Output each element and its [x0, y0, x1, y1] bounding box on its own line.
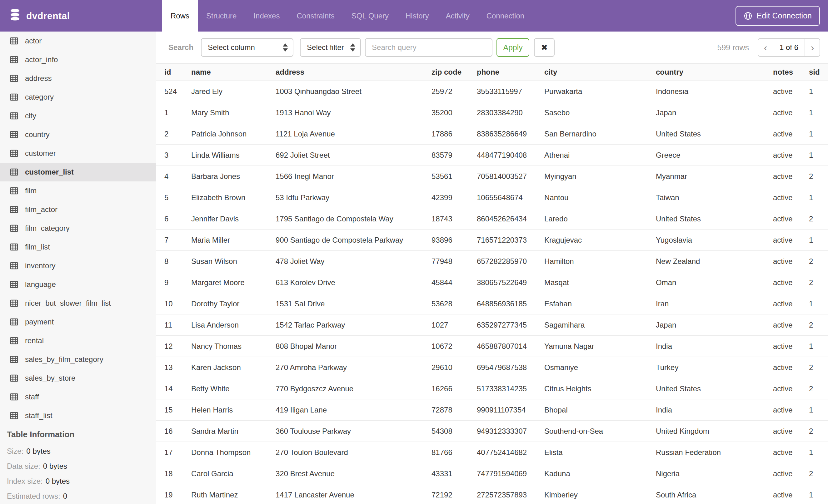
cell-name: Barbara Jones [191, 172, 276, 181]
table-row[interactable]: 18 Carol Garcia 320 Brest Avenue 43331 7… [156, 463, 828, 484]
cell-name: Helen Harris [191, 406, 276, 414]
search-toolbar: Search Select column Select filter Apply… [156, 32, 828, 63]
sidebar-table-item[interactable]: rental [0, 331, 156, 350]
column-header-sid[interactable]: sid [809, 68, 828, 77]
cell-country: Iran [656, 300, 773, 308]
table-row[interactable]: 6 Jennifer Davis 1795 Santiago de Compos… [156, 208, 828, 230]
table-row[interactable]: 12 Nancy Thomas 808 Bhopal Manor 10672 4… [156, 336, 828, 357]
globe-icon [744, 11, 752, 20]
table-row[interactable]: 524 Jared Ely 1003 Qinhuangdao Street 25… [156, 81, 828, 102]
column-header-notes[interactable]: notes [773, 68, 809, 77]
table-row[interactable]: 10 Dorothy Taylor 1531 Sal Drive 53628 6… [156, 293, 828, 314]
table-row[interactable]: 2 Patricia Johnson 1121 Loja Avenue 1788… [156, 123, 828, 145]
column-header-city[interactable]: city [544, 68, 656, 77]
cell-country: India [656, 406, 773, 414]
sidebar-table-item[interactable]: payment [0, 313, 156, 331]
sidebar-table-item[interactable]: staff [0, 387, 156, 406]
stat-value: 0 bytes [26, 447, 50, 456]
cell-country: Japan [656, 321, 773, 329]
search-query-input[interactable] [365, 38, 492, 57]
next-page-button[interactable]: › [805, 39, 820, 56]
apply-button[interactable]: Apply [496, 38, 529, 57]
sidebar-table-item[interactable]: language [0, 275, 156, 294]
table-info-stat: Size: 0 bytes [7, 444, 156, 459]
cell-notes: active [773, 321, 809, 329]
column-header-phone[interactable]: phone [477, 68, 544, 77]
nav-tab[interactable]: Constraints [288, 0, 343, 32]
cell-zip: 25972 [431, 87, 477, 96]
column-header-name[interactable]: name [191, 68, 276, 77]
table-icon [9, 317, 19, 327]
column-header-country[interactable]: country [656, 68, 773, 77]
table-row[interactable]: 8 Susan Wilson 478 Joliet Way 77948 6572… [156, 251, 828, 272]
column-header-id[interactable]: id [156, 68, 191, 77]
table-row[interactable]: 15 Helen Harris 419 Iligan Lane 72878 99… [156, 399, 828, 421]
cell-notes: active [773, 257, 809, 266]
cell-name: Karen Jackson [191, 363, 276, 372]
nav-tab[interactable]: Connection [478, 0, 533, 32]
clear-search-button[interactable]: ✖ [534, 38, 554, 57]
nav-tab[interactable]: Structure [198, 0, 245, 32]
cell-city: Nantou [544, 193, 656, 202]
stat-label: Estimated rows: [7, 492, 60, 501]
sidebar-table-item[interactable]: film_actor [0, 200, 156, 219]
cell-name: Betty White [191, 384, 276, 393]
cell-name: Lisa Anderson [191, 321, 276, 329]
sidebar-table-item[interactable]: sales_by_store [0, 369, 156, 387]
sidebar-table-item[interactable]: country [0, 125, 156, 144]
sidebar-table-item[interactable]: nicer_but_slower_film_list [0, 294, 156, 313]
sidebar-table-item[interactable]: city [0, 106, 156, 125]
column-header-address[interactable]: address [276, 68, 431, 77]
cell-id: 17 [156, 448, 191, 457]
table-row[interactable]: 14 Betty White 770 Bydgoszcz Avenue 1626… [156, 378, 828, 399]
nav-tab[interactable]: Indexes [245, 0, 288, 32]
cell-address: 1542 Tarlac Parkway [276, 321, 431, 329]
table-row[interactable]: 7 Maria Miller 900 Santiago de Compostel… [156, 230, 828, 251]
table-row[interactable]: 9 Margaret Moore 613 Korolev Drive 45844… [156, 272, 828, 293]
table-row[interactable]: 1 Mary Smith 1913 Hanoi Way 35200 283033… [156, 102, 828, 123]
clear-icon: ✖ [541, 43, 548, 52]
table-row[interactable]: 17 Donna Thompson 270 Toulon Boulevard 8… [156, 442, 828, 463]
sidebar-table-item[interactable]: sales_by_film_category [0, 350, 156, 369]
cell-sid: 2 [809, 172, 828, 181]
table-row[interactable]: 5 Elizabeth Brown 53 Idfu Parkway 42399 … [156, 187, 828, 208]
cell-notes: active [773, 193, 809, 202]
sidebar-table-item[interactable]: actor [0, 32, 156, 50]
table-information-title: Table Information [7, 429, 156, 439]
table-row[interactable]: 11 Lisa Anderson 1542 Tarlac Parkway 102… [156, 314, 828, 336]
sidebar-table-item[interactable]: film_list [0, 238, 156, 257]
sidebar-table-item[interactable]: category [0, 88, 156, 106]
column-header-zip[interactable]: zip code [431, 68, 477, 77]
nav-tab[interactable]: History [397, 0, 438, 32]
cell-address: 1531 Sal Drive [276, 300, 431, 308]
table-row[interactable]: 16 Sandra Martin 360 Toulouse Parkway 54… [156, 421, 828, 442]
stat-value: 0 bytes [46, 477, 70, 486]
sidebar-table-item[interactable]: actor_info [0, 50, 156, 69]
cell-address: 320 Brest Avenue [276, 469, 431, 478]
filter-select[interactable]: Select filter [300, 38, 361, 57]
table-icon [9, 355, 19, 364]
edit-connection-button[interactable]: Edit Connection [736, 6, 820, 26]
sidebar-table-item[interactable]: customer [0, 144, 156, 163]
sidebar-table-item[interactable]: film [0, 181, 156, 200]
sidebar-table-label: film_actor [25, 205, 57, 214]
table-row[interactable]: 3 Linda Williams 692 Joliet Street 83579… [156, 145, 828, 166]
nav-tab[interactable]: Rows [162, 0, 198, 32]
sidebar-table-item[interactable]: customer_list [0, 163, 156, 181]
sidebar-table-item[interactable]: inventory [0, 257, 156, 275]
cell-address: 770 Bydgoszcz Avenue [276, 384, 431, 393]
table-row[interactable]: 19 Ruth Martinez 1417 Lancaster Avenue 7… [156, 484, 828, 504]
sidebar-table-item[interactable]: address [0, 69, 156, 88]
cell-sid: 1 [809, 193, 828, 202]
table-row[interactable]: 4 Barbara Jones 1566 Inegl Manor 53561 7… [156, 166, 828, 187]
sidebar-table-label: rental [25, 336, 44, 345]
column-select[interactable]: Select column [201, 38, 293, 57]
sidebar-table-item[interactable]: staff_list [0, 406, 156, 425]
nav-tab[interactable]: SQL Query [343, 0, 397, 32]
sidebar-table-item[interactable]: film_category [0, 219, 156, 238]
table-row[interactable]: 13 Karen Jackson 270 Amroha Parkway 2961… [156, 357, 828, 378]
filter-select-value: Select filter [307, 43, 344, 52]
prev-page-button[interactable]: ‹ [758, 39, 773, 56]
cell-sid: 1 [809, 448, 828, 457]
nav-tab[interactable]: Activity [438, 0, 478, 32]
